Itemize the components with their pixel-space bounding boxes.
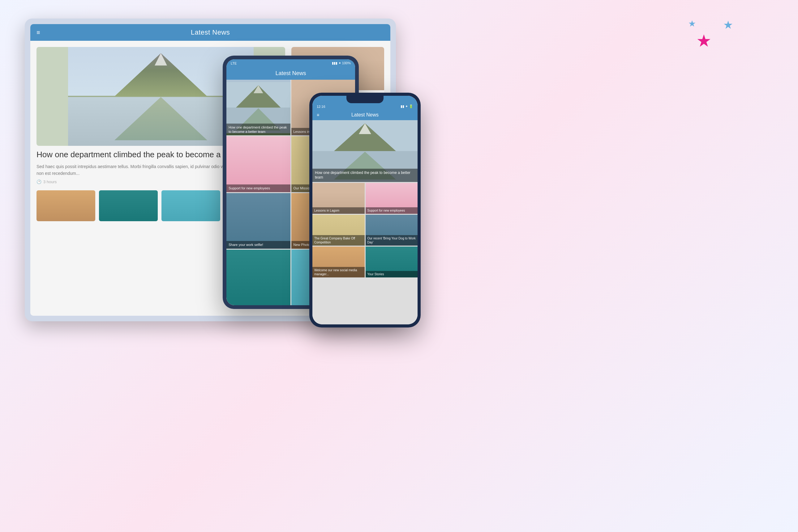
ps-cell-support[interactable]: Support for new employees <box>366 183 418 214</box>
phone-small-title: Latest News <box>351 112 379 118</box>
grid-cell-confetti[interactable] <box>226 250 290 305</box>
grid-cell-pink-label: Support for new employees <box>226 185 290 192</box>
ps-cell-bake-label: The Great Company Bake Off Competition <box>312 235 365 246</box>
phone-small-signal: ▮▮ ✦ 🔋 <box>401 104 413 109</box>
grid-cell-dogs-label: Share your work selfie! <box>226 241 290 248</box>
grid-cell-pink[interactable]: Support for new employees <box>226 136 290 192</box>
thumb-blue <box>161 190 220 221</box>
phone-small-notch <box>346 96 383 103</box>
star-blue-1: ★ <box>723 19 733 32</box>
phone-small-featured-label: How one department climbed the peak to b… <box>312 169 418 182</box>
ps-cell-dogs-label: Our recent 'Bring Your Dog to Work Day' <box>366 235 418 246</box>
grid-cell-mountain-label: How one department climbed the peak to b… <box>226 124 290 136</box>
grid-cell-mountain[interactable]: How one department climbed the peak to b… <box>226 80 290 135</box>
phone-small-menu-icon[interactable]: ≡ <box>317 112 319 117</box>
ps-cell-lessons[interactable]: Lessons in Lagom <box>312 183 365 214</box>
thumb-person <box>36 190 95 221</box>
thumb-confetti <box>99 190 158 221</box>
star-blue-2: ★ <box>688 19 696 29</box>
ps-cell-social[interactable]: Welcome our new social media manager... <box>312 247 365 278</box>
tablet-article-time: 3 hours <box>43 179 57 184</box>
ps-cell-stories-label: Your Stories <box>366 271 418 278</box>
star-pink-large: ★ <box>696 31 711 51</box>
ps-cell-bake[interactable]: The Great Company Bake Off Competition <box>312 215 365 246</box>
tablet-title: Latest News <box>191 28 230 36</box>
phone-small-device: 12:16 ▮▮ ✦ 🔋 ≡ Latest News How one depar… <box>309 93 421 327</box>
phone-small-header: ≡ Latest News <box>312 110 418 120</box>
phone-large-status-bar: LTE ▮▮▮ ✦ 100% <box>226 59 355 67</box>
grid-cell-dogs[interactable]: Share your work selfie! <box>226 193 290 249</box>
ps-cell-dogs[interactable]: Our recent 'Bring Your Dog to Work Day' <box>366 215 418 246</box>
phone-small-screen: 12:16 ▮▮ ✦ 🔋 ≡ Latest News How one depar… <box>312 96 418 324</box>
ps-cell-social-label: Welcome our new social media manager... <box>312 267 365 278</box>
ps-cell-stories[interactable]: Your Stories <box>366 247 418 278</box>
phone-large-signal: ▮▮▮ ✦ 100% <box>332 61 351 65</box>
phone-small-grid2: Lessons in Lagom Support for new employe… <box>312 183 418 214</box>
phone-small-grid4: Welcome our new social media manager... … <box>312 247 418 278</box>
ps-cell-support-label: Support for new employees <box>366 207 418 214</box>
tablet-header: ≡ Latest News <box>30 24 390 41</box>
phone-large-lte: LTE <box>231 61 237 65</box>
tablet-menu-icon[interactable]: ≡ <box>36 29 41 36</box>
clock-icon: 🕐 <box>36 179 41 184</box>
phone-small-time: 12:16 <box>317 105 325 109</box>
phone-small-content: How one department climbed the peak to b… <box>312 120 418 324</box>
phone-small-featured[interactable]: How one department climbed the peak to b… <box>312 120 418 182</box>
ps-cell-lessons-label: Lessons in Lagom <box>312 207 365 214</box>
phone-small-grid3: The Great Company Bake Off Competition O… <box>312 215 418 246</box>
phone-large-header: Latest News <box>226 67 355 80</box>
